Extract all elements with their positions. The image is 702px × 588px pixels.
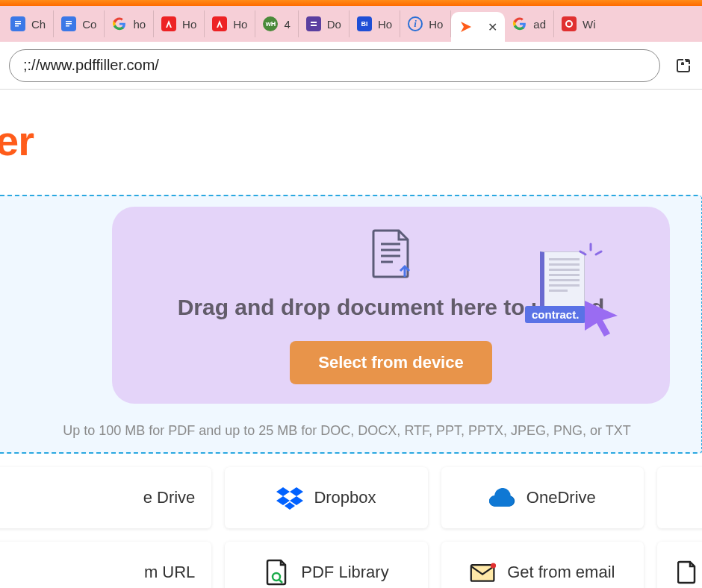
upload-source-card[interactable]: OneDrive <box>441 467 644 528</box>
window-top-strip <box>0 0 702 6</box>
upload-source-label: e Drive <box>143 488 196 507</box>
tab-label: Ch <box>31 18 46 31</box>
browser-tab[interactable]: iHo <box>400 10 451 37</box>
close-tab-icon[interactable]: ✕ <box>485 20 499 34</box>
pdf-library-icon <box>264 559 291 586</box>
tab-label: Ho <box>233 18 247 31</box>
browser-tab[interactable]: ho <box>105 10 154 37</box>
browser-tab[interactable]: Ho <box>205 10 255 37</box>
svg-rect-6 <box>66 23 72 25</box>
extensions-icon[interactable] <box>674 56 693 75</box>
select-from-device-button[interactable]: Select from device <box>290 341 491 384</box>
tab-label: Wi <box>583 18 596 31</box>
sparkle-icon <box>576 241 606 271</box>
svg-line-20 <box>279 580 282 583</box>
svg-line-18 <box>596 251 601 254</box>
upload-source-label: PDF Library <box>301 563 388 582</box>
tab-label: Ho <box>429 18 443 31</box>
upload-source-card[interactable]: e Drive <box>0 467 211 528</box>
document-icon <box>674 559 701 586</box>
upload-source-label: m URL <box>144 563 195 582</box>
address-bar-row: ;://www.pdffiller.com/ <box>0 42 702 90</box>
upload-source-label: OneDrive <box>526 488 596 507</box>
cursor-icon <box>580 296 622 338</box>
browser-tab[interactable]: Ho <box>154 10 205 37</box>
browser-tab[interactable]: wH4 <box>255 10 298 37</box>
svg-point-22 <box>491 563 496 568</box>
svg-rect-1 <box>15 21 21 22</box>
upload-dropzone-section[interactable]: Drag and drop document here to upload Se… <box>0 195 702 454</box>
upload-dropzone[interactable]: Drag and drop document here to upload Se… <box>112 207 670 404</box>
svg-rect-7 <box>66 25 69 27</box>
upload-source-label: Dropbox <box>314 488 376 507</box>
browser-tab[interactable]: BIHo <box>350 10 400 37</box>
tab-label: Co <box>82 18 96 31</box>
svg-point-19 <box>273 573 280 581</box>
svg-rect-21 <box>471 565 494 581</box>
address-bar[interactable]: ;://www.pdffiller.com/ <box>9 49 660 82</box>
svg-line-17 <box>580 251 585 254</box>
svg-rect-3 <box>15 25 19 27</box>
tab-label: ho <box>133 18 146 31</box>
browser-tab[interactable]: ad <box>505 10 554 37</box>
url-text: ;://www.pdffiller.com/ <box>23 57 159 74</box>
upload-source-card[interactable] <box>657 542 702 588</box>
onedrive-icon <box>489 484 516 511</box>
upload-source-card[interactable]: m URL <box>0 542 211 588</box>
browser-tab[interactable]: Co <box>54 10 105 37</box>
upload-limits-text: Up to 100 MB for PDF and up to 25 MB for… <box>0 423 701 439</box>
upload-source-card[interactable]: PDF Library <box>225 542 427 588</box>
email-icon <box>470 559 497 586</box>
tab-label: Ho <box>378 18 392 31</box>
google-drive-icon <box>106 484 133 511</box>
svg-point-10 <box>566 21 572 27</box>
upload-source-label: Get from email <box>507 563 615 582</box>
drag-file-name-tag: contract. <box>525 306 585 323</box>
browser-tab-strip: ChCohoHoHowH4DoBIHoiHo✕adWi <box>0 6 702 42</box>
upload-sources-row-2: m URLPDF LibraryGet from email <box>0 542 702 588</box>
logo-area: er <box>0 90 702 195</box>
browser-tab[interactable]: Ch <box>3 10 54 37</box>
browser-tab[interactable]: Do <box>299 10 350 37</box>
tab-label: ad <box>533 18 546 31</box>
svg-rect-5 <box>66 21 72 22</box>
upload-sources-row-1: e DriveDropboxOneDrive <box>0 467 702 528</box>
svg-rect-9 <box>311 25 317 26</box>
browser-tab-active[interactable]: ✕ <box>451 12 505 42</box>
svg-rect-8 <box>311 22 317 23</box>
tab-label: Do <box>327 18 341 31</box>
tab-label: Ho <box>182 18 196 31</box>
upload-source-card[interactable]: Get from email <box>441 542 644 588</box>
upload-source-card[interactable] <box>657 467 702 528</box>
upload-source-card[interactable]: Dropbox <box>225 467 427 528</box>
tab-label: 4 <box>284 18 290 31</box>
svg-rect-2 <box>15 23 21 25</box>
dropbox-icon <box>276 484 303 511</box>
brand-logo-fragment: er <box>0 117 34 164</box>
browser-tab[interactable]: Wi <box>554 10 603 37</box>
